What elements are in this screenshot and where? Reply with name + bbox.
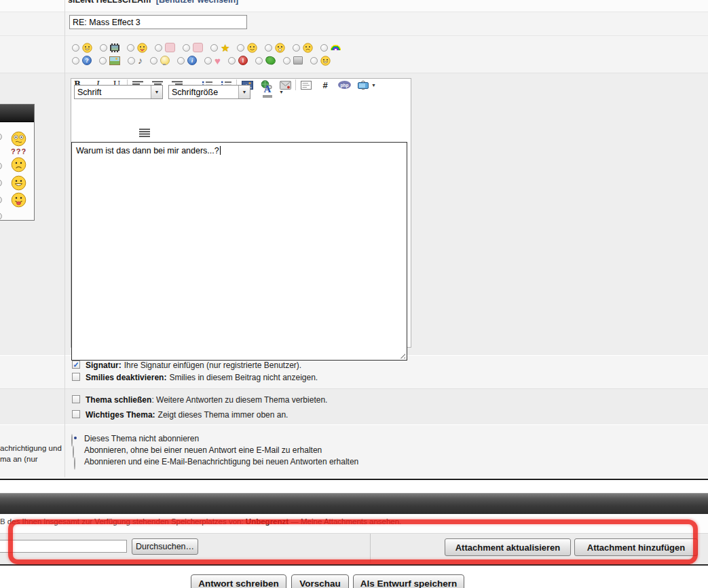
quote-button[interactable] [300,79,312,91]
post-icon-radio[interactable] [155,44,162,52]
sidebar-label-partial: achrichtigung und ma an (nur [0,443,62,464]
smiley-smile-icon [247,43,257,53]
box-icon [293,56,303,65]
post-icon-radio[interactable] [228,57,236,65]
storage-dash: — [288,517,301,526]
sidebar-partial-line1: achrichtigung und [0,443,62,454]
thumbs-up-icon [165,43,175,52]
preview-button[interactable]: Vorschau [291,574,349,588]
exclamation-icon: ! [238,56,248,65]
subscribe-no-email-radio[interactable] [73,445,74,458]
attachment-file-input[interactable] [0,540,127,553]
smiley-sad-face[interactable] [11,157,26,172]
post-icon-radio[interactable] [237,44,244,52]
subscribe-none-label: Dieses Thema nicht abonnieren [84,434,199,443]
post-icon-radio[interactable] [100,44,107,52]
post-icon-radio[interactable] [255,57,263,65]
resize-handle[interactable] [398,351,405,359]
post-icon-radio[interactable] [210,44,218,52]
font-color-button[interactable]: A [261,84,274,99]
close-topic-checkbox[interactable] [72,395,80,403]
section-divider-line [0,479,708,480]
close-topic-desc: : Weitere Antworten zu diesem Thema verb… [151,395,327,405]
smiley-panel-header [0,105,34,122]
close-topic-label: Thema schließen [86,395,151,405]
disable-smilies-checkbox[interactable] [72,373,80,381]
font-color-dropdown-icon[interactable]: ▼ [279,90,284,94]
browse-button[interactable]: Durchsuchen… [132,538,198,555]
message-text: Warum ist das dann bei mir anders...? [76,146,219,155]
save-draft-button[interactable]: Als Entwurf speichern [353,574,464,588]
font-family-select[interactable]: Schrift ▼ [74,85,163,99]
update-attachment-button[interactable]: Attachment aktualisieren [445,538,571,556]
post-icon-radio[interactable] [72,44,79,52]
smiley-radio[interactable] [0,196,2,204]
post-icon-radio[interactable] [177,57,185,65]
switch-user-link[interactable]: [Benutzer wechseln] [156,0,239,5]
media-dropdown-icon[interactable]: ▼ [371,83,376,88]
post-icon-radio[interactable] [293,44,300,52]
lightbulb-icon [160,56,170,65]
post-icon-radio[interactable] [72,57,79,65]
submit-reply-button[interactable]: Antwort schreiben [191,574,286,588]
post-icon-radio[interactable] [99,57,107,65]
smiley-crazy-face[interactable] [11,131,26,147]
post-icon-radio[interactable] [310,57,318,65]
font-color-letter: A [264,84,272,94]
forum-reply-editor-page: siLeNt HeLLsCrEAm [Benutzer wechseln] ★ … [0,0,708,588]
chevron-down-icon: ▼ [151,86,162,98]
add-attachment-button[interactable]: Attachment hinzufügen [574,538,698,556]
thumbs-down-icon [193,43,203,52]
film-icon [110,43,119,52]
post-icon-radio[interactable] [265,44,272,52]
important-topic-desc: Zeigt dieses Thema immer oben an. [158,410,288,420]
disable-smilies-label: Smilies deaktivieren: [86,373,166,382]
smiley-tongue-face[interactable] [11,192,26,208]
signature-checkbox[interactable]: ✓ [72,361,80,369]
post-icon-radio[interactable] [128,57,135,65]
size-select-value: Schriftgröße [169,88,238,97]
my-attachments-link[interactable]: Meine Attachments ansehen. [301,517,401,526]
chevron-down-icon: ▼ [238,86,250,98]
important-topic-checkbox[interactable] [72,410,80,418]
post-icon-radio[interactable] [204,57,212,65]
smiley-radio[interactable] [0,133,2,141]
subject-input[interactable] [69,15,247,29]
post-icon-radio[interactable] [127,44,134,52]
subscribe-email-radio[interactable] [74,457,75,470]
toolbar-separator [295,79,296,90]
align-justify-button[interactable] [138,126,151,139]
username: siLeNt HeLLsCrEAm [68,0,151,5]
question-icon: ? [82,56,92,65]
music-note-icon: ♪ [138,56,143,65]
smiley-grin-icon [320,56,331,66]
post-icon-radio[interactable] [283,57,291,65]
question-marks-label: ??? [11,147,26,155]
smiley-radio[interactable] [0,213,2,220]
subscribe-no-email-label: Abonnieren, ohne bei einer neuen Antwort… [84,445,322,455]
info-icon: i [187,56,197,65]
important-topic-option: Wichtiges Thema:Zeigt dieses Thema immer… [86,410,288,420]
php-code-button[interactable]: php [338,79,351,91]
signature-label: Signatur: [86,361,122,370]
storage-unlimited: Unbegrenzt [246,517,288,526]
font-size-select[interactable]: Schriftgröße ▼ [168,85,250,99]
post-icon-radio[interactable] [320,44,328,52]
smiley-radio[interactable] [0,162,2,170]
current-user-line: siLeNt HeLLsCrEAm [Benutzer wechseln] [68,0,238,5]
picture-icon [109,56,120,65]
post-icon-radio[interactable] [183,44,190,52]
smiley-happy-face[interactable] [11,175,26,191]
code-button[interactable]: # [319,79,331,91]
signature-option: Signatur:Ihre Signatur einfügen (nur reg… [86,361,301,370]
smiley-radio[interactable] [0,179,2,187]
subscribe-none-radio[interactable] [71,434,73,447]
post-icon-radio[interactable] [150,57,157,65]
font-select-value: Schrift [75,88,151,97]
insert-media-button[interactable] [357,79,369,91]
smiley-tongue-icon [137,43,147,53]
smiley-picker-panel: ??? [0,104,35,221]
label-column-divider [64,0,65,477]
post-icon-row-1: ★ [72,42,348,53]
message-textarea[interactable]: Warum ist das dann bei mir anders...? [71,142,407,361]
